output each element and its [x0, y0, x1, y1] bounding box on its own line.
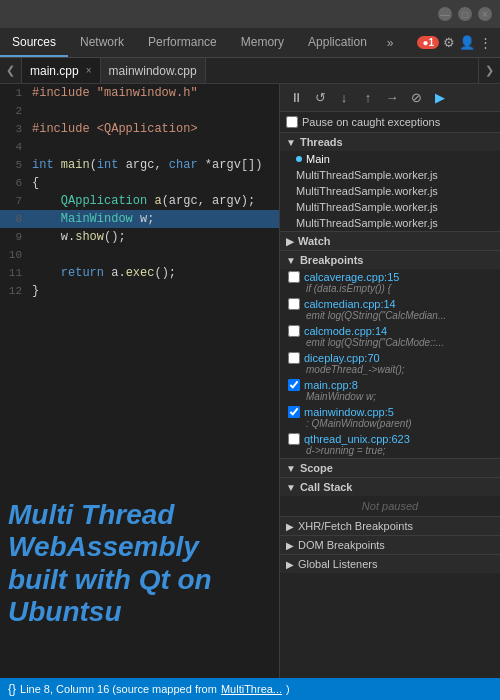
bp-calcaverage-name: calcaverage.cpp:15: [304, 271, 399, 283]
code-line-12: 12 }: [0, 282, 279, 300]
breakpoints-header[interactable]: Breakpoints: [280, 251, 500, 269]
thread-worker-3[interactable]: MultiThreadSample.worker.js: [280, 199, 500, 215]
tab-performance[interactable]: Performance: [136, 28, 229, 57]
threads-arrow: [286, 137, 296, 148]
bp-main: main.cpp:8 MainWindow w;: [280, 377, 500, 404]
bp-diceplay: diceplay.cpp:70 modeThread_->wait();: [280, 350, 500, 377]
step-next-button[interactable]: →: [382, 88, 402, 108]
code-line-2: 2: [0, 102, 279, 120]
threads-title: Threads: [300, 136, 343, 148]
bp-diceplay-name: diceplay.cpp:70: [304, 352, 380, 364]
bp-main-checkbox[interactable]: [288, 379, 300, 391]
tab-sources[interactable]: Sources: [0, 28, 68, 57]
maximize-button[interactable]: □: [458, 7, 472, 21]
close-button[interactable]: ×: [478, 7, 492, 21]
thread-active-dot: [296, 156, 302, 162]
status-icon: {}: [8, 682, 16, 696]
bp-calcaverage-condition: if (data.isEmpty()) {: [288, 283, 492, 294]
right-panel: ⏸ ↺ ↓ ↑ → ⊘ ▶ Pause on caught exceptions…: [280, 84, 500, 678]
tab-network[interactable]: Network: [68, 28, 136, 57]
file-tab-left-nav[interactable]: ❮: [0, 58, 22, 83]
threads-header[interactable]: Threads: [280, 133, 500, 151]
breakpoints-title: Breakpoints: [300, 254, 364, 266]
pause-exceptions-label: Pause on caught exceptions: [302, 116, 440, 128]
code-line-7: 7 QApplication a(argc, argv);: [0, 192, 279, 210]
code-editor[interactable]: 1 #include "mainwindow.h" 2 3 #include <…: [0, 84, 279, 678]
nav-bar: Sources Network Performance Memory Appli…: [0, 28, 500, 58]
code-line-8: 8 MainWindow w;: [0, 210, 279, 228]
global-listeners-title: Global Listeners: [298, 558, 378, 570]
call-stack-arrow: [286, 482, 296, 493]
bp-mainwindow: mainwindow.cpp:5 : QMainWindow(parent): [280, 404, 500, 431]
bp-qthread: qthread_unix.cpp:623 d->running = true;: [280, 431, 500, 458]
code-line-10: 10: [0, 246, 279, 264]
bp-calcmedian-name: calcmedian.cpp:14: [304, 298, 396, 310]
scope-arrow: [286, 463, 296, 474]
account-icon[interactable]: 👤: [459, 35, 475, 50]
thread-worker-2[interactable]: MultiThreadSample.worker.js: [280, 183, 500, 199]
global-listeners-arrow: [286, 559, 294, 570]
code-line-4: 4: [0, 138, 279, 156]
bp-main-condition: MainWindow w;: [288, 391, 492, 402]
bp-mainwindow-checkbox[interactable]: [288, 406, 300, 418]
pause-button[interactable]: ⏸: [286, 88, 306, 108]
settings-icon[interactable]: ⚙: [443, 35, 455, 50]
code-line-1: 1 #include "mainwindow.h": [0, 84, 279, 102]
thread-worker-4[interactable]: MultiThreadSample.worker.js: [280, 215, 500, 231]
status-link[interactable]: MultiThrea...: [221, 683, 282, 695]
nav-more-button[interactable]: »: [379, 28, 402, 57]
minimize-button[interactable]: —: [438, 7, 452, 21]
code-line-9: 9 w.show();: [0, 228, 279, 246]
call-stack-status: Not paused: [280, 496, 500, 516]
bp-calcmedian-checkbox[interactable]: [288, 298, 300, 310]
step-out-button[interactable]: ↑: [358, 88, 378, 108]
deactivate-button[interactable]: ⊘: [406, 88, 426, 108]
call-stack-header[interactable]: Call Stack: [280, 478, 500, 496]
xhr-title: XHR/Fetch Breakpoints: [298, 520, 413, 532]
bp-calcmode-checkbox[interactable]: [288, 325, 300, 337]
file-tab-mainwindow-cpp[interactable]: mainwindow.cpp: [101, 58, 206, 83]
thread-main[interactable]: Main: [280, 151, 500, 167]
thread-worker-1[interactable]: MultiThreadSample.worker.js: [280, 167, 500, 183]
nav-right: ●1 ⚙ 👤 ⋮: [409, 28, 500, 57]
watch-section-header[interactable]: Watch: [280, 231, 500, 250]
file-tab-right-nav[interactable]: ❯: [478, 58, 500, 83]
scope-header[interactable]: Scope: [280, 459, 500, 477]
main-area: 1 #include "mainwindow.h" 2 3 #include <…: [0, 84, 500, 678]
bp-calcaverage: calcaverage.cpp:15 if (data.isEmpty()) {: [280, 269, 500, 296]
pause-exceptions-checkbox[interactable]: [286, 116, 298, 128]
bp-calcaverage-checkbox[interactable]: [288, 271, 300, 283]
bp-main-name: main.cpp:8: [304, 379, 358, 391]
code-panel: 1 #include "mainwindow.h" 2 3 #include <…: [0, 84, 280, 678]
step-into-button[interactable]: ↓: [334, 88, 354, 108]
bp-calcmode-condition: emit log(QString("CalcMode::...: [288, 337, 492, 348]
file-tabs: ❮ main.cpp × mainwindow.cpp ❯: [0, 58, 500, 84]
status-text-after: ): [286, 683, 290, 695]
bp-mainwindow-condition: : QMainWindow(parent): [288, 418, 492, 429]
global-listeners-header[interactable]: Global Listeners: [280, 554, 500, 573]
bp-qthread-checkbox[interactable]: [288, 433, 300, 445]
file-tab-main-cpp[interactable]: main.cpp ×: [22, 58, 101, 83]
breakpoints-section: Breakpoints calcaverage.cpp:15 if (data.…: [280, 250, 500, 458]
call-stack-title: Call Stack: [300, 481, 353, 493]
code-line-5: 5 int main(int argc, char *argv[]): [0, 156, 279, 174]
breakpoints-arrow: [286, 255, 296, 266]
dom-section-header[interactable]: DOM Breakpoints: [280, 535, 500, 554]
status-text: Line 8, Column 16 (source mapped from: [20, 683, 217, 695]
more-icon[interactable]: ⋮: [479, 35, 492, 50]
xhr-section-header[interactable]: XHR/Fetch Breakpoints: [280, 516, 500, 535]
tab-memory[interactable]: Memory: [229, 28, 296, 57]
tab-application[interactable]: Application: [296, 28, 379, 57]
dom-arrow: [286, 540, 294, 551]
watch-title: Watch: [298, 235, 331, 247]
bp-mainwindow-name: mainwindow.cpp:5: [304, 406, 394, 418]
code-line-11: 11 return a.exec();: [0, 264, 279, 282]
xhr-arrow: [286, 521, 294, 532]
bp-diceplay-checkbox[interactable]: [288, 352, 300, 364]
resume-button[interactable]: ▶: [430, 88, 450, 108]
close-tab-icon[interactable]: ×: [86, 65, 92, 76]
status-bar: {} Line 8, Column 16 (source mapped from…: [0, 678, 500, 700]
code-line-3: 3 #include <QApplication>: [0, 120, 279, 138]
debug-toolbar: ⏸ ↺ ↓ ↑ → ⊘ ▶: [280, 84, 500, 112]
step-over-button[interactable]: ↺: [310, 88, 330, 108]
